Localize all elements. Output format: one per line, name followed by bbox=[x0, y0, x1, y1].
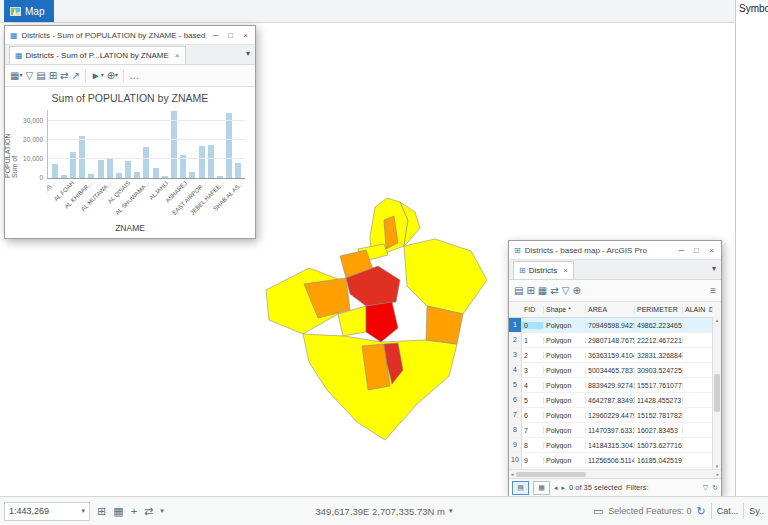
close-button[interactable]: × bbox=[704, 246, 719, 255]
chart-plot[interactable] bbox=[47, 110, 245, 179]
minimize-button[interactable]: ─ bbox=[674, 246, 689, 255]
table-row[interactable]: 21Polygon29807148.767522212.467221 bbox=[509, 333, 721, 348]
column-header[interactable]: PERIMETER bbox=[635, 306, 683, 313]
vertical-scrollbar[interactable]: ▴ ▾ bbox=[712, 317, 721, 469]
table-row[interactable]: 1110Polygon8413749.6749311812.887721 bbox=[509, 468, 721, 469]
chart-bar[interactable] bbox=[143, 147, 149, 178]
chart-bar[interactable] bbox=[235, 163, 241, 178]
refresh-icon[interactable]: ↻ bbox=[696, 505, 705, 518]
switch-axes-icon[interactable]: ⇄ bbox=[60, 71, 68, 81]
table-window-titlebar[interactable]: ⊞ Districts - based map - ArcGIS Pro ─ □… bbox=[509, 241, 721, 260]
chart-bar[interactable] bbox=[125, 161, 131, 178]
scrollbar-thumb[interactable] bbox=[516, 472, 586, 477]
chart-bar[interactable] bbox=[226, 113, 232, 178]
chart-bar[interactable] bbox=[107, 158, 113, 178]
horizontal-scrollbar[interactable]: ◂ ▸ bbox=[509, 469, 721, 478]
y-axis-title: Sum of POPULATION bbox=[5, 110, 17, 178]
scroll-left-icon[interactable]: ◂ bbox=[511, 471, 514, 477]
table-icon[interactable]: ⊞ bbox=[49, 71, 57, 81]
chevron-down-icon[interactable]: ▾ bbox=[160, 507, 164, 515]
chart-bar[interactable] bbox=[116, 173, 122, 178]
chart-bar[interactable] bbox=[199, 146, 205, 178]
next-record-icon[interactable]: ▸ bbox=[562, 484, 566, 492]
selected-features-label: Selected Features: 0 bbox=[608, 506, 691, 516]
x-axis-title: ZNAME bbox=[5, 223, 255, 233]
chart-bar[interactable] bbox=[208, 145, 214, 178]
pan-icon[interactable]: ⇄ bbox=[144, 505, 153, 518]
coordinates-readout[interactable]: 349,617.39E 2,707,335.73N m ▾ bbox=[316, 506, 453, 517]
tab-map[interactable]: Map bbox=[4, 0, 54, 22]
menu-icon[interactable]: ≡ bbox=[710, 286, 716, 296]
column-header[interactable]: AREA bbox=[586, 306, 635, 313]
chart-bar[interactable] bbox=[98, 160, 104, 178]
filter-icon[interactable]: ▽ bbox=[25, 71, 33, 81]
column-header[interactable]: FID bbox=[522, 306, 544, 313]
chevron-down-icon: ▾ bbox=[81, 507, 85, 515]
table-row[interactable]: 10Polygon70949598.942749862.223465 bbox=[509, 318, 721, 333]
refresh-icon[interactable]: ↻ bbox=[712, 484, 718, 492]
chart-bar[interactable] bbox=[134, 172, 140, 178]
minimize-button[interactable]: ─ bbox=[208, 31, 223, 40]
chevron-down-icon[interactable]: ▾ bbox=[246, 49, 250, 58]
add-icon[interactable]: + bbox=[131, 505, 137, 517]
chart-bar[interactable] bbox=[88, 174, 94, 178]
chart-bar[interactable] bbox=[52, 164, 58, 178]
table-view-button[interactable]: ▤ bbox=[512, 481, 529, 495]
scroll-right-icon[interactable]: ▸ bbox=[716, 471, 719, 477]
table-row[interactable]: 76Polygon12960229.447915152.781782 bbox=[509, 408, 721, 423]
chart-bar[interactable] bbox=[61, 175, 67, 178]
chart-bar[interactable] bbox=[153, 168, 159, 178]
switch-selection-icon[interactable]: ⇄ bbox=[550, 286, 558, 296]
add-field-icon[interactable]: ▤ bbox=[514, 286, 523, 296]
dock-tab-catalog[interactable]: Cat... bbox=[717, 506, 739, 516]
chart-bar[interactable] bbox=[70, 152, 76, 178]
map-scale-combo[interactable]: 1:443,269 ▾ bbox=[4, 502, 90, 521]
chart-bar[interactable] bbox=[189, 172, 195, 178]
scroll-down-icon[interactable]: ▾ bbox=[716, 463, 719, 469]
close-icon[interactable]: × bbox=[563, 266, 568, 275]
select-by-attributes-icon[interactable]: ▦ bbox=[538, 286, 547, 296]
chart-bar[interactable] bbox=[217, 176, 223, 178]
zoom-tool-icon[interactable]: ⊕▾ bbox=[107, 71, 118, 81]
column-header[interactable]: ALAIN_DIS bbox=[683, 306, 713, 313]
table-row[interactable]: 109Polygon11256506.511416185.042519 bbox=[509, 453, 721, 468]
tab-chart-districts[interactable]: ▦ Districts - Sum of P...LATION by ZNAME… bbox=[9, 46, 186, 64]
table-row[interactable]: 87Polygon11470397.633116027.83453 bbox=[509, 423, 721, 438]
zoom-to-icon[interactable]: ⊕ bbox=[572, 286, 580, 296]
filter-icon[interactable]: ▽ bbox=[703, 484, 708, 492]
maximize-button[interactable]: □ bbox=[689, 246, 704, 255]
snapping-icon[interactable]: ▦ bbox=[113, 505, 123, 518]
scrollbar-thumb[interactable] bbox=[714, 374, 720, 412]
map-scale-value: 1:443,269 bbox=[9, 506, 49, 516]
close-icon[interactable]: × bbox=[175, 51, 180, 60]
more-options-icon[interactable]: … bbox=[129, 71, 139, 81]
table-row[interactable]: 65Polygon4642787.8349311428.455273 bbox=[509, 393, 721, 408]
district-polygon[interactable] bbox=[404, 239, 487, 314]
tab-districts-table[interactable]: ⊞ Districts × bbox=[513, 261, 574, 279]
clear-selection-icon[interactable]: ▽ bbox=[562, 286, 570, 296]
chart-type-icon[interactable]: ▦▾ bbox=[10, 71, 22, 81]
calculate-field-icon[interactable]: ⊞ bbox=[526, 286, 534, 296]
edit-grid-icon[interactable]: ⊞ bbox=[97, 505, 106, 518]
table-cell: 7 bbox=[522, 427, 544, 434]
scroll-up-icon[interactable]: ▴ bbox=[716, 317, 719, 323]
export-icon[interactable]: ↗ bbox=[71, 71, 79, 81]
table-row[interactable]: 43Polygon50034465.783730903.524725 bbox=[509, 363, 721, 378]
district-polygon[interactable] bbox=[366, 302, 398, 342]
column-header[interactable]: Shape * bbox=[544, 306, 586, 313]
chevron-down-icon[interactable]: ▾ bbox=[712, 264, 716, 273]
chart-window-titlebar[interactable]: ▦ Districts - Sum of POPULATION by ZNAME… bbox=[5, 26, 255, 45]
table-row[interactable]: 32Polygon36363159.410432831.326884 bbox=[509, 348, 721, 363]
table-window-title: Districts - based map - ArcGIS Pro bbox=[525, 246, 674, 255]
dock-tab-symbology[interactable]: Sy.. bbox=[749, 506, 764, 516]
chart-bar[interactable] bbox=[79, 136, 85, 178]
chart-bar[interactable] bbox=[162, 176, 168, 178]
maximize-button[interactable]: □ bbox=[223, 31, 238, 40]
close-button[interactable]: × bbox=[238, 31, 253, 40]
select-tool-icon[interactable]: ►▾ bbox=[91, 71, 104, 81]
form-view-button[interactable]: ▦ bbox=[533, 481, 550, 495]
fields-icon[interactable]: ▤ bbox=[36, 71, 45, 81]
first-record-icon[interactable]: ◂ bbox=[554, 484, 558, 492]
table-row[interactable]: 98Polygon14184315.304115073.627716 bbox=[509, 438, 721, 453]
table-row[interactable]: 54Polygon8839429.9274115517.761077 bbox=[509, 378, 721, 393]
